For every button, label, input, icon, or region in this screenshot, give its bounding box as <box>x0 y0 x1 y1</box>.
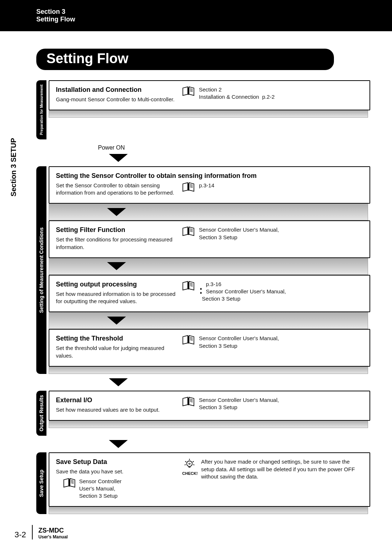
card-filter: Setting Filter Function Set the filter c… <box>49 220 370 258</box>
arrow-down-icon <box>109 440 128 448</box>
book-icon <box>182 86 195 96</box>
group-conditions: Setting of Measurement Conditions Settin… <box>36 166 370 374</box>
group-preparation: Preparation for Measurement Installation… <box>36 80 370 139</box>
page-footer: 3-2 ZS-MDC User's Manual <box>0 514 392 539</box>
card-installation: Installation and Connection Gang-mount S… <box>49 80 370 110</box>
power-on-label: Power ON <box>98 144 370 151</box>
card-ref: Sensor Controller User's Manual, Section… <box>199 396 279 411</box>
arrow-down-icon <box>109 378 128 386</box>
card-ref: Sensor Controller User's Manual, Section… <box>199 335 279 350</box>
header-title: Setting Flow <box>36 16 392 23</box>
card-desc: Set the filter conditions for processing… <box>56 236 176 251</box>
card-shadow <box>49 258 368 275</box>
card-shadow <box>49 421 368 428</box>
footer-divider <box>32 525 33 539</box>
card-desc: Set the Sensor Controller to obtain sens… <box>56 182 176 197</box>
card-ref: Sensor Controller User's Manual, Section… <box>199 226 279 241</box>
card-desc: Set how measured values are to be output… <box>56 406 176 414</box>
card-desc: Set the threshold value for judging meas… <box>56 345 176 359</box>
page-number: 3-2 <box>15 530 26 539</box>
book-icon <box>182 396 195 407</box>
card-ref: . p.3-16 · Sensor Controller User's Manu… <box>199 281 286 303</box>
tab-conditions: Setting of Measurement Conditions <box>36 166 46 374</box>
card-title: Setting output processing <box>56 281 176 288</box>
card-desc: Gang-mount Sensor Controller to Multi-co… <box>56 96 176 103</box>
group-output: Output Results External I/O Set how meas… <box>36 391 370 436</box>
card-title: Save Setup Data <box>56 458 176 466</box>
card-title: Setting the Sensor Controller to obtain … <box>56 172 363 180</box>
card-shadow <box>49 204 368 220</box>
book-icon <box>182 182 195 192</box>
tab-preparation: Preparation for Measurement <box>36 80 46 139</box>
card-shadow <box>49 110 368 118</box>
card-title: External I/O <box>56 396 176 404</box>
group-save: Save Setup Save Setup Data Save the data… <box>36 452 370 514</box>
sub-ref: Sensor Controller User's Manual, Section… <box>79 478 122 500</box>
arrow-down-icon <box>107 317 126 325</box>
book-icon <box>63 478 75 488</box>
card-threshold: Setting the Threshold Set the threshold … <box>49 329 370 367</box>
card-title: Setting the Threshold <box>56 335 176 342</box>
card-title: Installation and Connection <box>56 86 176 94</box>
page-header: Section 3 Setting Flow <box>0 0 392 31</box>
book-icon <box>182 281 195 291</box>
card-save-setup: Save Setup Data Save the data you have s… <box>49 452 370 507</box>
arrow-down-icon <box>109 154 128 162</box>
card-external-io: External I/O Set how measured values are… <box>49 391 370 421</box>
check-text: After you have made or changed settings,… <box>201 458 363 480</box>
card-desc: Save the data you have set. <box>56 468 176 475</box>
card-title: Setting Filter Function <box>56 226 176 234</box>
side-section-tab: Section 3 SETUP <box>9 138 18 196</box>
book-icon <box>182 226 195 236</box>
card-shadow <box>49 367 368 374</box>
footer-manual: User's Manual <box>38 534 68 539</box>
page-title: Setting Flow <box>36 49 334 70</box>
footer-model: ZS-MDC <box>38 527 68 534</box>
check-icon: CHECK! <box>182 458 197 476</box>
header-section: Section 3 <box>36 8 392 16</box>
card-ref: Section 2 Installation & Connection p.2-… <box>199 86 274 101</box>
page-ref: p.3-14 <box>199 182 215 188</box>
check-label: CHECK! <box>182 471 198 476</box>
book-icon <box>182 335 195 345</box>
tab-save: Save Setup <box>36 452 46 514</box>
card-desc: Set how measured information is to be pr… <box>56 290 176 305</box>
card-output-processing: Setting output processing Set how measur… <box>49 275 370 313</box>
arrow-down-icon <box>107 262 126 270</box>
card-shadow <box>49 312 368 329</box>
tab-output: Output Results <box>36 391 46 436</box>
card-sensing-info: Setting the Sensor Controller to obtain … <box>49 166 370 204</box>
arrow-down-icon <box>107 208 126 216</box>
card-shadow <box>49 507 368 514</box>
